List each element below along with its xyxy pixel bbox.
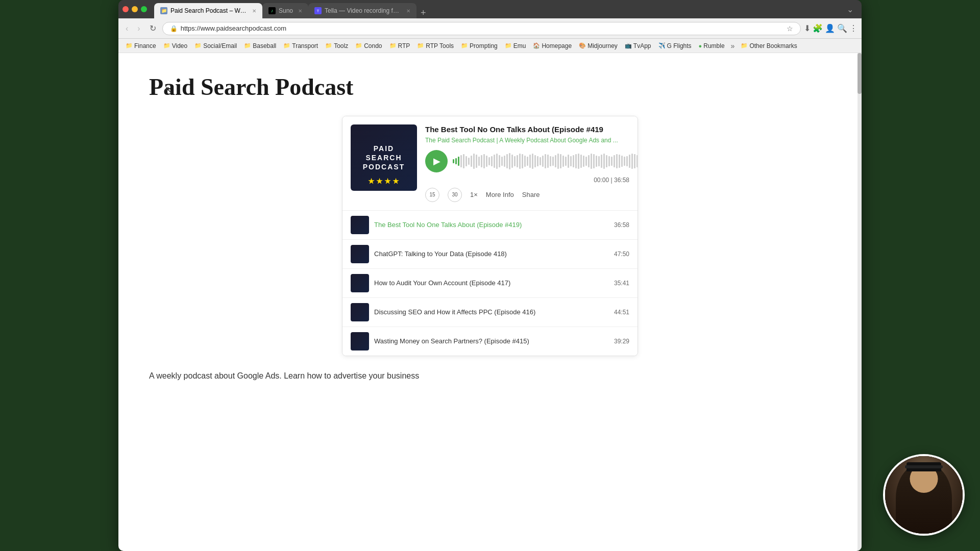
bookmark-condo[interactable]: 📁 Condo [352,41,385,51]
folder-icon: 📁 [325,42,332,49]
scrollbar-track[interactable] [857,53,862,551]
play-button[interactable]: ▶ [425,150,448,172]
bookmark-rtp-tools[interactable]: 📁 RTP Tools [414,41,457,51]
podcast-thumbnail: PAID SEARCH PODCAST ★ ★ ★ ★ [351,124,417,191]
forward-button[interactable]: › [134,22,143,35]
episode-list: The Best Tool No One Talks About (Episod… [342,210,638,356]
episode-name-0: The Best Tool No One Talks About (Episod… [374,221,609,229]
folder-icon: 📁 [355,42,362,49]
play-icon: ▶ [433,156,440,167]
episode-thumb-3 [351,303,369,321]
bookmark-other[interactable]: 📁 Other Bookmarks [738,41,800,51]
download-icon[interactable]: ⬇ [804,23,811,33]
search-icon[interactable]: 🔍 [837,23,847,33]
new-tab-button[interactable]: + [416,8,430,18]
url-display: https://www.paidsearchpodcast.com [181,24,783,32]
address-bar-icons: ☆ [787,24,793,33]
rewind-label: 15 [429,192,435,197]
tab-close-3[interactable]: ✕ [406,8,410,14]
bookmark-transport[interactable]: 📁 Transport [280,41,321,51]
player-right: The Best Tool No One Talks About (Episod… [425,124,629,202]
episode-item-0[interactable]: The Best Tool No One Talks About (Episod… [342,210,638,239]
episode-name-1: ChatGPT: Talking to Your Data (Episode 4… [374,250,609,258]
browser-actions: ⬇ 🧩 👤 🔍 ⋮ [804,23,857,33]
bookmark-more-button[interactable]: » [729,41,737,51]
episode-item-2[interactable]: How to Audit Your Own Account (Episode 4… [342,268,638,297]
tab-tella[interactable]: T Tella — Video recording for work ✕ [308,3,416,18]
episode-thumb-4 [351,332,369,350]
thumb-line1: PAID [374,144,394,153]
title-bar: 📁 Paid Search Podcast – Weekly Goo... ✕ … [118,0,862,18]
episode-thumb-2 [351,274,369,292]
folder-icon: 📁 [741,42,748,49]
episode-item-4[interactable]: Wasting Money on Search Partners? (Episo… [342,327,638,356]
tab-suno[interactable]: ♪ Suno ✕ [262,3,308,18]
episode-thumb-0 [351,216,369,234]
profile-icon[interactable]: 👤 [825,23,835,33]
minimize-button[interactable] [132,6,138,12]
folder-icon: 📁 [163,42,170,49]
player-controls: 15 30 1× More Info Share [425,188,629,202]
share-button[interactable]: Share [522,191,540,198]
address-bar[interactable]: 🔒 https://www.paidsearchpodcast.com ☆ [162,22,801,35]
thumb-line3: PODCAST [363,163,405,171]
folder-icon: 📁 [194,42,202,49]
tab-close-2[interactable]: ✕ [298,8,302,14]
webcam-content [885,456,963,534]
more-info-button[interactable]: More Info [486,191,514,198]
episode-title: The Best Tool No One Talks About (Episod… [425,124,629,135]
podcast-player-widget: PAID SEARCH PODCAST ★ ★ ★ ★ The [342,116,638,356]
folder-icon: 📁 [505,42,512,49]
tab-label-1: Paid Search Podcast – Weekly Goo... [170,7,247,14]
bookmark-star-icon[interactable]: ☆ [787,24,793,33]
tab-close-1[interactable]: ✕ [252,8,256,14]
episode-subtitle: The Paid Search Podcast | A Weekly Podca… [425,137,629,144]
episode-name-3: Discussing SEO and How it Affects PPC (E… [374,308,609,316]
speed-button[interactable]: 1× [470,191,478,198]
total-time: 36:58 [614,177,629,184]
tabs-bar: 📁 Paid Search Podcast – Weekly Goo... ✕ … [154,0,840,18]
menu-icon[interactable]: ⋮ [849,23,857,33]
bookmark-tvapp[interactable]: 📺 TvApp [622,41,654,51]
reload-button[interactable]: ↻ [146,21,159,35]
episode-item-1[interactable]: ChatGPT: Talking to Your Data (Episode 4… [342,239,638,268]
security-icon: 🔒 [170,25,178,32]
close-button[interactable] [122,6,129,12]
home-icon: 🏠 [533,42,540,49]
star-2: ★ [376,177,383,187]
extensions-icon[interactable]: 🧩 [813,23,823,33]
tab-paid-search-podcast[interactable]: 📁 Paid Search Podcast – Weekly Goo... ✕ [154,3,262,18]
bookmark-gflights[interactable]: ✈️ G Flights [655,41,695,51]
thumb-line2: SEARCH [365,154,402,162]
page-content: ↖ Paid Search Podcast PAID SEARCH PODCAS… [118,53,862,551]
tab-favicon-1: 📁 [160,7,167,14]
bookmark-rtp[interactable]: 📁 RTP [386,41,413,51]
folder-icon: 📁 [389,42,397,49]
forward-button[interactable]: 30 [448,188,462,202]
bookmark-video[interactable]: 📁 Video [160,41,190,51]
bookmark-homepage[interactable]: 🏠 Homepage [530,41,575,51]
episode-duration-3: 44:51 [614,309,629,316]
bookmark-finance[interactable]: 📁 Finance [122,41,159,51]
page-description: A weekly podcast about Google Ads. Learn… [149,371,506,381]
scrollbar-thumb[interactable] [857,53,862,94]
tab-expand-button[interactable]: ⌄ [843,5,857,14]
bookmark-midjourney[interactable]: 🎨 Midjourney [576,41,621,51]
star-3: ★ [384,177,391,187]
bookmark-toolz[interactable]: 📁 Toolz [322,41,351,51]
forward-label: 30 [452,192,457,197]
episode-item-3[interactable]: Discussing SEO and How it Affects PPC (E… [342,297,638,327]
bookmark-social-email[interactable]: 📁 Social/Email [191,41,240,51]
maximize-button[interactable] [141,6,147,12]
bookmark-emu[interactable]: 📁 Emu [502,41,529,51]
bookmark-rumble[interactable]: ● Rumble [696,41,728,51]
tv-icon: 📺 [625,42,632,49]
back-button[interactable]: ‹ [122,22,131,35]
bookmark-baseball[interactable]: 📁 Baseball [241,41,279,51]
tab-label-3: Tella — Video recording for work [325,7,401,14]
bookmark-prompting[interactable]: 📁 Prompting [458,41,501,51]
rewind-button[interactable]: 15 [425,188,439,202]
waveform [453,151,638,171]
address-bar-area: ‹ › ↻ 🔒 https://www.paidsearchpodcast.co… [118,18,862,39]
episode-duration-0: 36:58 [614,221,629,229]
